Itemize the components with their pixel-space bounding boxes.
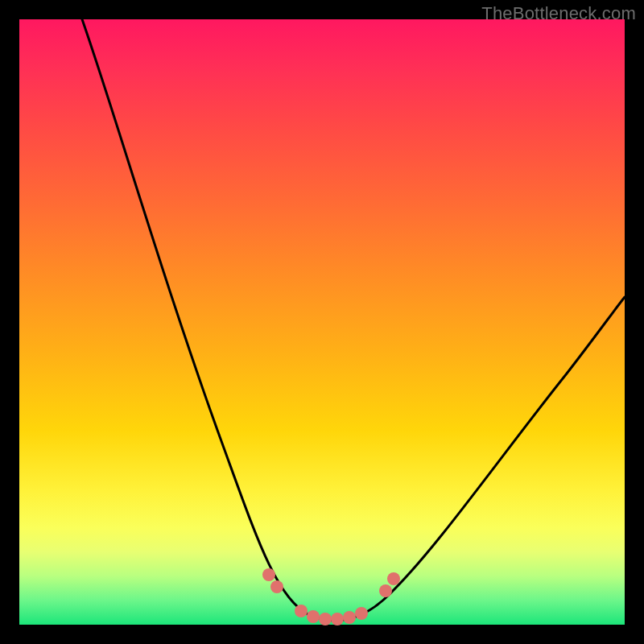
svg-point-1: [270, 580, 283, 593]
svg-point-3: [307, 610, 320, 623]
plot-area: [19, 19, 625, 625]
svg-point-7: [355, 607, 368, 620]
svg-point-9: [387, 572, 400, 585]
svg-point-5: [331, 613, 344, 625]
svg-point-6: [343, 611, 356, 624]
bottleneck-curve: [82, 19, 625, 621]
svg-point-2: [295, 605, 308, 617]
bottom-dots: [262, 568, 400, 625]
svg-point-4: [319, 613, 332, 625]
curve-svg: [19, 19, 625, 625]
watermark-text: TheBottleneck.com: [481, 3, 636, 24]
svg-point-8: [379, 584, 392, 597]
svg-point-0: [262, 568, 275, 581]
chart-frame: TheBottleneck.com: [0, 0, 644, 644]
